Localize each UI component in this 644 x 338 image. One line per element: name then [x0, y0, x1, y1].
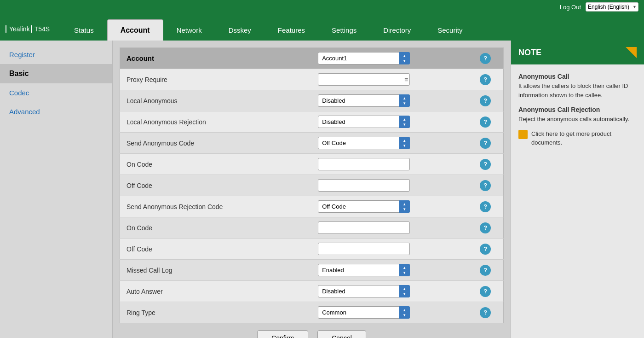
control-proxy-require[interactable]: ≡: [311, 69, 467, 90]
help-icon-ring-type[interactable]: ?: [480, 307, 491, 318]
help-icon-auto-answer[interactable]: ?: [480, 286, 491, 297]
control-missed-call-log[interactable]: EnabledDisabled: [311, 260, 467, 281]
select-wrapper-send-anonymous-code[interactable]: Off CodeOn Code: [318, 137, 410, 149]
note-link[interactable]: Click here to get more product documents…: [518, 129, 637, 147]
note-heading-1: Anonymous Call: [518, 73, 569, 80]
control-on-code-1[interactable]: [311, 154, 467, 175]
select-local-anonymous[interactable]: DisabledEnabled: [318, 94, 410, 107]
note-section-2: Anonymous Call Rejection Reject the anon…: [518, 105, 637, 124]
note-title: NOTE: [518, 48, 541, 58]
label-off-code-1: Off Code: [120, 175, 312, 196]
help-cell-on-code-1: ?: [467, 154, 503, 175]
help-icon-proxy-require[interactable]: ?: [480, 74, 491, 85]
nav-tab-dsskey[interactable]: Dsskey: [215, 19, 264, 41]
form-row-local-anonymous: Local AnonymousDisabledEnabled?: [120, 90, 504, 111]
language-selector[interactable]: English (English): [586, 2, 638, 12]
form-row-send-anonymous-code: Send Anonymous CodeOff CodeOn Code?: [120, 133, 504, 154]
help-cell-ring-type: ?: [467, 302, 503, 323]
brand-name: Yealink: [6, 25, 30, 33]
nav-tab-features[interactable]: Features: [264, 19, 318, 41]
help-cell-auto-answer: ?: [467, 281, 503, 302]
select-ring-type[interactable]: CommonRing1Ring2: [318, 306, 410, 319]
input-off-code-2[interactable]: [318, 243, 410, 255]
control-on-code-2[interactable]: [311, 217, 467, 239]
label-send-anonymous-rejection-code: Send Anonymous Rejection Code: [120, 196, 312, 217]
control-auto-answer[interactable]: DisabledEnabled: [311, 281, 467, 302]
account-select-wrapper[interactable]: Account1 Account2 Account3: [318, 52, 410, 64]
select-missed-call-log[interactable]: EnabledDisabled: [318, 264, 410, 276]
model-name: T54S: [31, 25, 50, 33]
form-row-local-anonymous-rejection: Local Anonymous RejectionDisabledEnabled…: [120, 111, 504, 133]
help-icon-off-code-2[interactable]: ?: [480, 244, 491, 255]
help-icon-local-anonymous[interactable]: ?: [480, 95, 491, 106]
form-row-off-code-2: Off Code?: [120, 239, 504, 260]
language-select[interactable]: English (English): [586, 2, 638, 12]
help-icon-on-code-1[interactable]: ?: [480, 159, 491, 170]
select-wrapper-ring-type[interactable]: CommonRing1Ring2: [318, 306, 410, 319]
help-icon-send-anonymous-rejection-code[interactable]: ?: [480, 201, 491, 212]
select-wrapper-local-anonymous[interactable]: DisabledEnabled: [318, 94, 410, 107]
help-icon-send-anonymous-code[interactable]: ?: [480, 138, 491, 149]
form-header-row: Account Account1 Account2 Account3 ?: [120, 48, 504, 69]
input-on-code-2[interactable]: [318, 221, 410, 234]
control-send-anonymous-code[interactable]: Off CodeOn Code: [311, 133, 467, 154]
help-icon-off-code-1[interactable]: ?: [480, 180, 491, 191]
select-wrapper-send-anonymous-rejection-code[interactable]: Off CodeOn Code: [318, 200, 410, 213]
nav-tab-account[interactable]: Account: [107, 19, 163, 41]
select-local-anonymous-rejection[interactable]: DisabledEnabled: [318, 116, 410, 128]
form-row-proxy-require: Proxy Require≡?: [120, 69, 504, 90]
nav-tab-status[interactable]: Status: [61, 19, 107, 41]
cancel-button[interactable]: Cancel: [317, 330, 366, 338]
help-icon-missed-call-log[interactable]: ?: [480, 265, 491, 276]
proxy-wrapper-proxy-require[interactable]: ≡: [318, 73, 410, 86]
form-row-auto-answer: Auto AnswerDisabledEnabled?: [120, 281, 504, 302]
select-send-anonymous-code[interactable]: Off CodeOn Code: [318, 137, 410, 149]
nav-tab-network[interactable]: Network: [163, 19, 215, 41]
nav-tab-directory[interactable]: Directory: [370, 19, 424, 41]
control-ring-type[interactable]: CommonRing1Ring2: [311, 302, 467, 323]
sidebar-item-codec[interactable]: Codec: [0, 83, 112, 102]
account-select[interactable]: Account1 Account2 Account3: [318, 52, 410, 64]
note-corner-decoration: [626, 47, 637, 58]
sidebar-item-advanced[interactable]: Advanced: [0, 102, 112, 121]
note-panel: NOTE Anonymous Call It allows the caller…: [511, 41, 644, 338]
select-auto-answer[interactable]: DisabledEnabled: [318, 285, 410, 297]
help-cell-local-anonymous: ?: [467, 90, 503, 111]
control-local-anonymous-rejection[interactable]: DisabledEnabled: [311, 111, 467, 133]
select-send-anonymous-rejection-code[interactable]: Off CodeOn Code: [318, 200, 410, 213]
control-off-code-2[interactable]: [311, 239, 467, 260]
input-on-code-1[interactable]: [318, 158, 410, 170]
control-send-anonymous-rejection-code[interactable]: Off CodeOn Code: [311, 196, 467, 217]
help-icon-local-anonymous-rejection[interactable]: ?: [480, 117, 491, 128]
label-ring-type: Ring Type: [120, 302, 312, 323]
input-off-code-1[interactable]: [318, 179, 410, 192]
account-help-icon[interactable]: ?: [480, 53, 491, 64]
note-header: NOTE: [511, 41, 644, 64]
confirm-button[interactable]: Confirm: [257, 330, 308, 338]
label-on-code-2: On Code: [120, 217, 312, 239]
nav-tab-security[interactable]: Security: [424, 19, 476, 41]
help-cell-send-anonymous-code: ?: [467, 133, 503, 154]
help-cell-send-anonymous-rejection-code: ?: [467, 196, 503, 217]
label-auto-answer: Auto Answer: [120, 281, 312, 302]
help-cell-off-code-2: ?: [467, 239, 503, 260]
sidebar-item-basic[interactable]: Basic: [0, 64, 112, 83]
select-wrapper-local-anonymous-rejection[interactable]: DisabledEnabled: [318, 116, 410, 128]
select-wrapper-missed-call-log[interactable]: EnabledDisabled: [318, 264, 410, 276]
select-wrapper-auto-answer[interactable]: DisabledEnabled: [318, 285, 410, 297]
nav-tab-settings[interactable]: Settings: [318, 19, 370, 41]
label-off-code-2: Off Code: [120, 239, 312, 260]
control-local-anonymous[interactable]: DisabledEnabled: [311, 90, 467, 111]
help-icon-on-code-2[interactable]: ?: [480, 222, 491, 233]
note-link-text[interactable]: Click here to get more product documents…: [531, 129, 637, 147]
form-row-ring-type: Ring TypeCommonRing1Ring2?: [120, 302, 504, 323]
note-body-2: Reject the anonymous calls automatically…: [518, 116, 629, 122]
input-proxy-require[interactable]: [318, 73, 410, 86]
form-row-off-code-1: Off Code?: [120, 175, 504, 196]
control-off-code-1[interactable]: [311, 175, 467, 196]
help-cell-on-code-2: ?: [467, 217, 503, 239]
main-container: RegisterBasicCodecAdvanced Account Accou…: [0, 41, 644, 338]
logout-button[interactable]: Log Out: [560, 4, 581, 11]
sidebar-item-register[interactable]: Register: [0, 45, 112, 64]
proxy-book-icon: ≡: [404, 76, 408, 83]
